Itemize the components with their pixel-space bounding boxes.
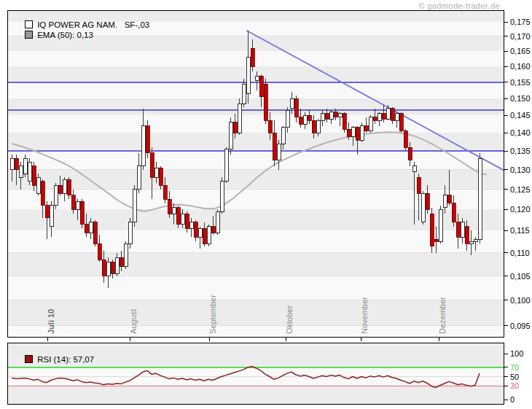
candle-up bbox=[461, 222, 464, 238]
candle-down bbox=[408, 147, 412, 160]
candle-up bbox=[290, 98, 294, 109]
candle-up bbox=[106, 262, 110, 276]
month-label: August bbox=[129, 309, 138, 334]
candle-down bbox=[211, 227, 215, 233]
price-band bbox=[7, 326, 504, 338]
price-band bbox=[7, 276, 504, 300]
candle-down bbox=[434, 239, 438, 241]
candle-up bbox=[36, 177, 40, 193]
price-tick-label: 0,165 bbox=[510, 47, 531, 55]
price-tick-label: 0,130 bbox=[510, 165, 531, 174]
rsi-legend: RSI (14): 57,07 bbox=[11, 346, 94, 356]
price-band bbox=[7, 300, 504, 326]
price-tick-label: 0,115 bbox=[510, 226, 530, 235]
candle-up bbox=[412, 166, 416, 172]
candle-up bbox=[76, 201, 79, 209]
candle-down bbox=[382, 114, 386, 119]
candle-up bbox=[369, 117, 372, 131]
price-band bbox=[7, 151, 504, 170]
price-band bbox=[7, 51, 504, 66]
candle-down bbox=[233, 122, 237, 133]
candle-up bbox=[478, 158, 482, 239]
candle-up bbox=[19, 166, 23, 178]
price-tick-label: 0,170 bbox=[510, 32, 531, 41]
price-tick-label: 0,145 bbox=[510, 111, 531, 120]
rsi-tick-label: 50 bbox=[510, 373, 519, 381]
candle-up bbox=[28, 162, 31, 181]
ema-series-swatch[interactable] bbox=[25, 31, 33, 39]
price-tick-label: 0,150 bbox=[510, 94, 531, 103]
candle-down bbox=[120, 257, 123, 267]
candle-up bbox=[378, 114, 381, 120]
candle-up bbox=[115, 257, 119, 273]
candle-down bbox=[334, 112, 337, 117]
month-label: September bbox=[208, 295, 217, 334]
rsi-series-swatch[interactable] bbox=[25, 355, 33, 363]
candle-up bbox=[286, 110, 289, 128]
candle-down bbox=[312, 120, 316, 133]
candle-down bbox=[176, 208, 180, 225]
candle-up bbox=[154, 168, 158, 177]
price-band bbox=[7, 82, 504, 98]
candle-up bbox=[242, 84, 246, 104]
month-label: November bbox=[360, 297, 369, 334]
candle-up bbox=[421, 193, 425, 222]
chart-window: © godmode-trader.de 0,1750,1700,1650,160… bbox=[0, 0, 532, 409]
candle-down bbox=[456, 222, 460, 238]
candle-down bbox=[185, 214, 189, 228]
rsi-series-label: RSI (14): 57,07 bbox=[37, 355, 94, 364]
candle-up bbox=[207, 227, 211, 244]
candle-down bbox=[299, 117, 302, 125]
candle-down bbox=[146, 126, 149, 153]
candle-down bbox=[194, 222, 197, 238]
candle-down bbox=[58, 185, 62, 193]
candle-down bbox=[268, 120, 272, 133]
candle-up bbox=[321, 114, 324, 120]
candle-up bbox=[50, 206, 53, 227]
candle-up bbox=[351, 128, 355, 136]
candle-up bbox=[172, 208, 176, 214]
candle-up bbox=[443, 195, 447, 208]
price-band bbox=[7, 98, 504, 115]
candle-down bbox=[163, 185, 167, 199]
price-series-label: IQ POWER AG NAM. SF-,03 bbox=[37, 20, 149, 29]
candle-up bbox=[246, 57, 250, 93]
price-tick-label: 0,110 bbox=[510, 249, 530, 257]
price-tick-label: 0,135 bbox=[510, 147, 531, 155]
candle-down bbox=[404, 131, 407, 147]
candle-up bbox=[133, 190, 136, 222]
candle-down bbox=[251, 48, 254, 66]
candle-up bbox=[63, 179, 66, 193]
price-tick-label: 0,100 bbox=[510, 296, 531, 305]
ema-series-label: EMA (50): 0,13 bbox=[37, 31, 93, 39]
candle-down bbox=[417, 177, 420, 193]
main-chart-legend: IQ POWER AG NAM. SF-,03 EMA (50): 0,13 bbox=[11, 11, 149, 31]
price-tick-label: 0,155 bbox=[510, 78, 531, 87]
candle-down bbox=[85, 225, 88, 233]
candle-down bbox=[45, 206, 49, 218]
candle-up bbox=[124, 244, 128, 266]
candle-down bbox=[80, 201, 84, 224]
price-series-checkbox[interactable] bbox=[25, 20, 33, 28]
candle-down bbox=[15, 158, 18, 170]
candle-down bbox=[102, 260, 106, 276]
price-tick-label: 0,105 bbox=[510, 272, 531, 281]
candle-down bbox=[67, 179, 71, 195]
candle-up bbox=[238, 104, 241, 133]
candle-down bbox=[373, 117, 377, 121]
price-band bbox=[7, 253, 504, 276]
candle-up bbox=[338, 114, 342, 117]
candle-up bbox=[303, 115, 307, 124]
candle-up bbox=[229, 122, 232, 149]
candle-up bbox=[224, 149, 228, 182]
candle-down bbox=[203, 228, 206, 244]
candle-up bbox=[89, 222, 93, 233]
candle-up bbox=[128, 222, 132, 244]
candle-down bbox=[168, 199, 171, 214]
rsi-tick-label: 0 bbox=[510, 395, 515, 404]
candle-down bbox=[273, 133, 276, 160]
month-label: Juli 10 bbox=[47, 309, 55, 334]
candle-down bbox=[399, 114, 403, 131]
candle-up bbox=[329, 112, 333, 119]
candle-up bbox=[474, 239, 477, 241]
